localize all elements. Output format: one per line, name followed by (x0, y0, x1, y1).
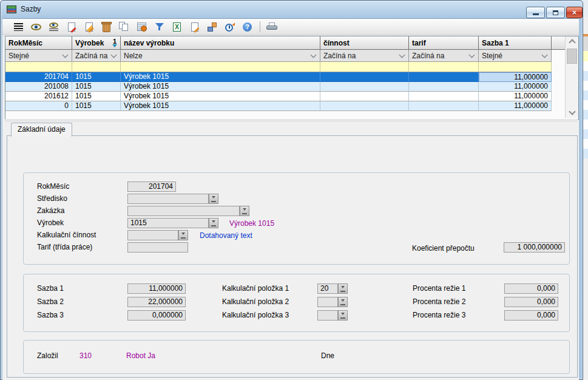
eye-detail-icon (49, 22, 58, 28)
filter-input-tarif[interactable] (409, 62, 479, 72)
kalkulacni-cinnost-linked-text[interactable]: Dotahovaný text (200, 231, 252, 241)
column-header-cinnost[interactable]: čínnost (320, 36, 409, 50)
filter-select-rokmesic[interactable]: Stejné (5, 50, 72, 62)
sort-indicator: 1 (112, 39, 117, 47)
filter-button[interactable] (151, 19, 167, 34)
new-document-icon (68, 22, 75, 32)
screen: { "window": { "title": "Sazby", "control… (0, 0, 588, 380)
filter-input-cinnost[interactable] (320, 62, 409, 72)
rokmesic-field[interactable]: 201704 (127, 182, 176, 192)
chevron-down-icon (399, 52, 405, 58)
vyrobek-linked-text[interactable]: Výrobek 1015 (229, 219, 274, 229)
column-header-tarif[interactable]: tarif (409, 36, 479, 50)
list-icon (14, 23, 23, 31)
column-header-sazba1[interactable]: Sazba 1 (479, 36, 552, 50)
filter-input-rokmesic[interactable] (5, 62, 72, 72)
filter-select-nazev[interactable]: Nelze (121, 50, 320, 62)
related-records-button[interactable] (133, 19, 150, 34)
filter-input-vyrobek[interactable] (72, 62, 121, 72)
group-identification: RokMěsíc 201704 Středisko Zakázka Výrobe… (23, 172, 570, 265)
column-header-vyrobek[interactable]: Výrobek 1 (72, 36, 121, 50)
scroll-down-button[interactable] (566, 107, 578, 118)
rezie3-field[interactable]: 0,000 (504, 310, 558, 321)
minimize-button[interactable] (526, 7, 545, 18)
dropdown-icon (212, 196, 215, 200)
edit-form-button[interactable] (186, 19, 203, 34)
vyrobek-dropdown-button[interactable] (209, 218, 218, 228)
help-button[interactable]: ? (239, 19, 255, 34)
minimize-icon (533, 13, 539, 15)
filter-select-tarif[interactable]: Začíná na (409, 50, 479, 62)
print-button[interactable] (263, 19, 280, 34)
filter-input-sazba1[interactable] (479, 62, 552, 72)
print-icon (266, 22, 277, 32)
grid-vertical-scrollbar[interactable] (565, 36, 578, 118)
close-button[interactable]: × (566, 7, 583, 18)
copy-button[interactable] (116, 19, 132, 34)
scrollbar-thumb[interactable] (567, 49, 577, 64)
column-header-nazev-vyrobku[interactable]: název výrobku (121, 36, 320, 50)
table-row[interactable]: 201008 1015 Výrobek 1015 11,000000 (5, 82, 578, 92)
sazba3-label: Sazba 3 (37, 310, 64, 321)
zakazka-field[interactable] (127, 206, 240, 216)
polozka2-dropdown-button[interactable] (338, 297, 348, 307)
polozka2-field[interactable] (317, 297, 338, 307)
dropdown-icon (243, 208, 246, 212)
filter-select-vyrobek[interactable]: Začíná na (72, 50, 121, 62)
polozka1-dropdown-button[interactable] (338, 283, 348, 294)
polozka2-label: Kalkulační položka 2 (222, 297, 289, 307)
new-record-button[interactable] (63, 19, 79, 34)
view-button[interactable] (28, 19, 44, 34)
sazba1-field[interactable]: 11,000000 (127, 283, 186, 294)
history-button[interactable] (221, 19, 238, 34)
tab-zakladni-udaje[interactable]: Základní údaje (11, 123, 72, 137)
table-row[interactable]: 201612 1015 Výrobek 1015 11,000000 (5, 92, 578, 101)
kalkulacni-cinnost-field[interactable] (127, 230, 178, 240)
dropdown-icon (341, 313, 345, 317)
koeficient-field[interactable]: 1 000,000000 (504, 242, 565, 253)
filter-select-sazba1[interactable]: Stejné (479, 50, 552, 62)
tarif-field[interactable] (127, 242, 188, 253)
titlebar[interactable]: Sazby × (1, 1, 583, 18)
table-row[interactable]: 0 1015 Výrobek 1015 11,000000 (5, 101, 578, 111)
vyrobek-field[interactable]: 1015 (127, 218, 209, 228)
dropdown-icon (181, 232, 185, 237)
list-button[interactable] (10, 19, 27, 34)
export-excel-button[interactable]: X (169, 19, 185, 34)
splitter[interactable] (5, 119, 578, 122)
zalozil-name[interactable]: Robot Ja (126, 351, 155, 361)
sazba2-label: Sazba 2 (37, 297, 64, 307)
rezie1-field[interactable]: 0,000 (504, 283, 558, 294)
current-cell[interactable]: 11,000000 (479, 72, 552, 82)
filter-select-cinnost[interactable]: Začíná na (320, 50, 409, 62)
zakazka-dropdown-button[interactable] (240, 206, 249, 216)
polozka3-dropdown-button[interactable] (338, 310, 348, 321)
edit-record-button[interactable] (81, 19, 97, 34)
chevron-down-icon (469, 52, 475, 58)
kalkulacni-cinnost-dropdown-button[interactable] (178, 230, 188, 240)
stredisko-dropdown-button[interactable] (209, 194, 218, 204)
sazba2-field[interactable]: 22,000000 (127, 297, 186, 307)
structure-button[interactable] (204, 19, 220, 34)
polozka3-field[interactable] (317, 310, 338, 321)
group-audit: Založil 310 Robot Ja Dne (23, 340, 570, 374)
rezie2-label: Procenta režie 2 (413, 297, 465, 307)
stredisko-field[interactable] (127, 194, 209, 204)
vyrobek-label: Výrobek (37, 218, 64, 228)
polozka1-field[interactable]: 20 (317, 283, 338, 294)
restore-button[interactable] (546, 7, 565, 18)
close-icon: × (572, 8, 577, 16)
history-icon (225, 22, 235, 32)
column-header-rokmesic[interactable]: RokMěsíc (5, 36, 72, 50)
rezie2-field[interactable]: 0,000 (504, 297, 558, 307)
zalozil-label: Založil (37, 351, 58, 361)
form-icon (191, 22, 198, 32)
filter-input-nazev[interactable] (121, 62, 320, 72)
delete-button[interactable] (98, 19, 115, 34)
sazba3-field[interactable]: 0,000000 (127, 310, 186, 321)
view-detail-button[interactable] (46, 19, 62, 34)
zalozil-id[interactable]: 310 (79, 351, 92, 361)
polozka1-label: Kalkulační položka 1 (222, 283, 289, 294)
scroll-up-button[interactable] (566, 36, 578, 47)
table-row[interactable]: 201704 1015 Výrobek 1015 11,000000 (5, 72, 578, 82)
